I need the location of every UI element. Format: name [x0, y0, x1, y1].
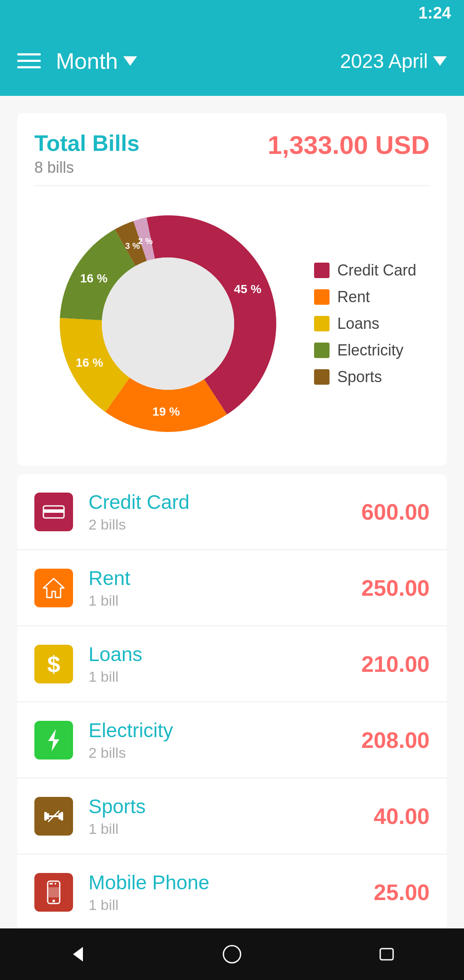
svg-rect-7: [43, 509, 64, 513]
legend-color-electricity: [314, 343, 330, 358]
bill-icon-credit-card: [34, 493, 73, 531]
month-dropdown-arrow: [123, 56, 137, 66]
date-dropdown-arrow: [433, 56, 447, 66]
legend-label-sports: Sports: [337, 368, 382, 386]
svg-marker-10: [48, 729, 59, 751]
legend-item-credit-card: Credit Card: [314, 261, 416, 279]
credit-card-icon: [43, 503, 65, 521]
legend-label-credit-card: Credit Card: [337, 261, 416, 279]
legend-item-rent: Rent: [314, 288, 416, 306]
bill-amount-mobile-phone: 25.00: [374, 879, 430, 905]
svg-text:2 %: 2 %: [138, 236, 153, 246]
svg-marker-8: [43, 579, 64, 597]
bill-info-sports: Sports 1 bill: [89, 795, 374, 837]
divider: [34, 185, 430, 186]
svg-rect-18: [49, 883, 53, 885]
bill-info-loans: Loans 1 bill: [89, 643, 361, 685]
svg-rect-13: [47, 813, 49, 819]
legend-color-credit-card: [314, 263, 330, 278]
bill-name-credit-card: Credit Card: [89, 490, 361, 514]
bill-icon-rent: [34, 569, 73, 607]
bill-icon-sports: [34, 797, 73, 836]
bill-info-rent: Rent 1 bill: [89, 567, 361, 609]
donut-chart: 45 %19 %16 %16 %3 %2 %: [48, 203, 288, 444]
svg-rect-14: [58, 813, 61, 819]
total-bills-amount: 1,333.00 USD: [268, 130, 430, 160]
bill-icon-loans: $: [34, 645, 73, 683]
svg-text:45 %: 45 %: [234, 282, 262, 296]
chart-container: 45 %19 %16 %16 %3 %2 % Credit Card: [34, 195, 430, 466]
bill-item-mobile-phone[interactable]: Mobile Phone 1 bill 25.00: [17, 854, 447, 930]
back-icon: [67, 943, 88, 965]
mobile-icon: [44, 880, 63, 904]
svg-marker-22: [73, 947, 83, 962]
bill-amount-loans: 210.00: [361, 651, 430, 677]
svg-text:19 %: 19 %: [153, 405, 180, 418]
svg-point-23: [223, 946, 241, 963]
chart-legend: Credit Card Rent Loans Electricity Sport…: [314, 261, 416, 386]
status-icons: 1:24: [418, 4, 451, 22]
nav-recents-button[interactable]: [369, 937, 404, 971]
bill-item-sports[interactable]: Sports 1 bill 40.00: [17, 778, 447, 854]
bill-amount-rent: 250.00: [361, 575, 430, 601]
svg-text:16 %: 16 %: [80, 272, 108, 285]
bill-icon-electricity: [34, 721, 73, 760]
bill-item-loans[interactable]: $ Loans 1 bill 210.00: [17, 626, 447, 702]
legend-label-loans: Loans: [337, 315, 379, 333]
hamburger-line-1: [17, 53, 41, 55]
svg-rect-19: [55, 883, 56, 885]
svg-rect-24: [380, 949, 393, 960]
svg-rect-20: [49, 887, 59, 897]
svg-rect-12: [44, 812, 47, 821]
bill-info-electricity: Electricity 2 bills: [89, 719, 361, 761]
date-selector[interactable]: 2023 April: [340, 49, 447, 73]
legend-item-loans: Loans: [314, 315, 416, 333]
date-label: 2023 April: [340, 49, 428, 73]
electricity-icon: [45, 728, 63, 752]
loans-icon: $: [44, 652, 63, 676]
bill-item-credit-card[interactable]: Credit Card 2 bills 600.00: [17, 474, 447, 550]
bill-name-rent: Rent: [89, 567, 361, 590]
bill-item-rent[interactable]: Rent 1 bill 250.00: [17, 550, 447, 626]
total-bills-header: Total Bills 8 bills 1,333.00 USD: [34, 130, 430, 177]
bill-list: Credit Card 2 bills 600.00 Rent 1 bill 2…: [17, 474, 447, 930]
bill-name-electricity: Electricity: [89, 719, 361, 742]
legend-item-sports: Sports: [314, 368, 416, 386]
svg-text:$: $: [47, 652, 60, 676]
bill-count-electricity: 2 bills: [89, 744, 361, 761]
month-label: Month: [56, 48, 118, 74]
app-header: Month 2023 April: [0, 26, 464, 96]
bill-icon-mobile-phone: [34, 873, 73, 912]
bill-amount-electricity: 208.00: [361, 727, 430, 753]
bill-info-mobile-phone: Mobile Phone 1 bill: [89, 871, 374, 913]
legend-label-electricity: Electricity: [337, 341, 403, 359]
recents-icon: [376, 943, 397, 965]
hamburger-line-3: [17, 66, 41, 68]
bill-count-sports: 1 bill: [89, 821, 374, 837]
svg-point-21: [52, 900, 55, 902]
total-bills-title: Total Bills: [34, 130, 140, 156]
bottom-navigation: [0, 928, 464, 980]
month-selector[interactable]: Month: [56, 48, 137, 74]
bill-info-credit-card: Credit Card 2 bills: [89, 490, 361, 533]
bill-item-electricity[interactable]: Electricity 2 bills 208.00: [17, 702, 447, 778]
legend-color-rent: [314, 289, 330, 305]
bill-amount-credit-card: 600.00: [361, 499, 430, 525]
bill-name-sports: Sports: [89, 795, 374, 818]
bill-count-mobile-phone: 1 bill: [89, 897, 374, 913]
svg-text:16 %: 16 %: [76, 356, 103, 369]
bill-name-loans: Loans: [89, 643, 361, 666]
main-content: Total Bills 8 bills 1,333.00 USD: [0, 96, 464, 930]
status-time: 1:24: [418, 4, 451, 22]
svg-rect-15: [61, 812, 63, 821]
bill-count-loans: 1 bill: [89, 668, 361, 685]
bill-amount-sports: 40.00: [374, 803, 430, 829]
hamburger-menu-button[interactable]: [17, 48, 43, 74]
donut-hole: [102, 257, 234, 390]
total-bills-info: Total Bills 8 bills: [34, 130, 140, 177]
total-bills-card: Total Bills 8 bills 1,333.00 USD: [17, 113, 447, 466]
nav-home-button[interactable]: [215, 937, 249, 971]
rent-icon: [43, 577, 65, 599]
legend-color-sports: [314, 369, 330, 385]
nav-back-button[interactable]: [60, 937, 95, 971]
